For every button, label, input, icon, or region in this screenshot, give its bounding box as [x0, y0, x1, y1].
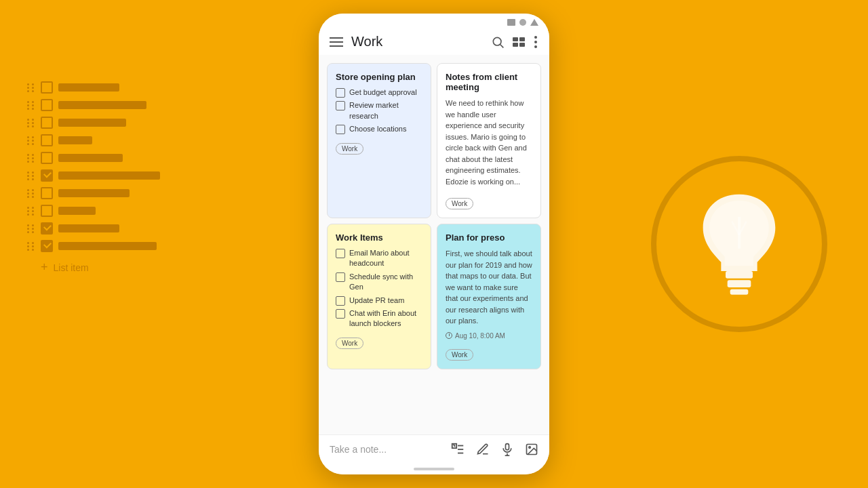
svg-rect-12: [728, 280, 751, 287]
left-decoration-list: + List item: [27, 81, 160, 274]
bottom-icons: [450, 442, 538, 457]
list-bar: [58, 83, 119, 92]
preso-tag[interactable]: Work: [446, 349, 473, 361]
home-bar[interactable]: [414, 468, 454, 470]
drag-handle[interactable]: [27, 224, 35, 233]
svg-rect-6: [506, 444, 509, 450]
list-checkbox[interactable]: [41, 240, 53, 252]
drag-handle[interactable]: [27, 119, 35, 127]
store-cb-text-1: Get budget approval: [349, 87, 417, 98]
add-list-item-row[interactable]: + List item: [27, 260, 160, 274]
bulb-circle: [651, 156, 827, 332]
work-item-2: Schedule sync with Gen: [336, 272, 422, 293]
drag-handle[interactable]: [27, 242, 35, 251]
drag-handle[interactable]: [27, 154, 35, 163]
preso-date: Aug 10, 8:00 AM: [446, 332, 532, 340]
store-plan-card[interactable]: Store opening plan Get budget approval R…: [327, 63, 431, 218]
client-meeting-card[interactable]: Notes from client meeting We need to ret…: [437, 63, 541, 218]
add-list-item-label: List item: [54, 262, 89, 273]
wifi-icon: [530, 19, 538, 26]
store-cb-text-2: Review market research: [349, 100, 422, 121]
list-checkbox[interactable]: [41, 81, 53, 94]
store-item-2: Review market research: [336, 100, 422, 121]
draw-button[interactable]: [476, 443, 490, 456]
work-cb-3[interactable]: [336, 296, 345, 306]
store-cb-text-3: Choose locations: [349, 124, 406, 134]
notes-content: Store opening plan Get budget approval R…: [319, 55, 549, 434]
work-items-tag[interactable]: Work: [336, 338, 363, 349]
list-row: [27, 240, 160, 252]
lightbulb-icon: [692, 190, 787, 298]
drag-handle[interactable]: [27, 83, 35, 92]
store-cb-2[interactable]: [336, 101, 345, 110]
list-row: [27, 99, 160, 111]
list-checkbox[interactable]: [41, 152, 53, 164]
client-meeting-tag[interactable]: Work: [446, 198, 473, 209]
status-bar: [319, 14, 549, 28]
list-bar: [58, 136, 92, 144]
list-bar: [58, 154, 123, 162]
work-cb-1[interactable]: [336, 249, 345, 258]
list-bar: [58, 189, 130, 197]
svg-point-10: [529, 447, 531, 449]
svg-point-0: [493, 37, 501, 45]
work-cb-text-3: Update PR team: [349, 296, 404, 306]
work-cb-4[interactable]: [336, 309, 345, 319]
drag-handle[interactable]: [27, 189, 35, 198]
store-plan-title: Store opening plan: [336, 72, 422, 82]
work-item-4: Chat with Erin about launch blockers: [336, 308, 422, 329]
list-checkbox[interactable]: [41, 222, 53, 235]
store-plan-tag[interactable]: Work: [336, 143, 363, 155]
svg-rect-13: [730, 289, 749, 295]
list-checkbox[interactable]: [41, 134, 53, 146]
work-cb-text-2: Schedule sync with Gen: [349, 272, 422, 293]
client-meeting-body: We need to rethink how we handle user ex…: [446, 98, 532, 187]
list-checkbox[interactable]: [41, 169, 53, 182]
work-item-3: Update PR team: [336, 296, 422, 306]
new-list-button[interactable]: [450, 442, 465, 457]
list-checkbox[interactable]: [41, 117, 53, 129]
list-checkbox[interactable]: [41, 187, 53, 199]
list-bar: [58, 207, 96, 215]
header-title: Work: [351, 34, 382, 49]
work-cb-text-1: Email Mario about headcount: [349, 248, 422, 269]
layout-button[interactable]: [513, 37, 525, 47]
take-note-input[interactable]: Take a note...: [330, 444, 450, 455]
work-cb-2[interactable]: [336, 272, 345, 282]
list-checkbox[interactable]: [41, 205, 53, 217]
svg-rect-11: [726, 271, 753, 279]
list-bar: [58, 171, 160, 180]
battery-icon: [507, 19, 515, 26]
list-row: [27, 222, 160, 235]
preso-title: Plan for preso: [446, 232, 532, 243]
drag-handle[interactable]: [27, 136, 35, 145]
list-bar: [58, 242, 157, 250]
work-items-card[interactable]: Work Items Email Mario about headcount S…: [327, 224, 431, 369]
image-button[interactable]: [525, 443, 538, 456]
clock-icon: [446, 332, 452, 339]
hamburger-menu-button[interactable]: [330, 37, 343, 47]
work-item-1: Email Mario about headcount: [336, 248, 422, 269]
client-meeting-title: Notes from client meeting: [446, 72, 532, 92]
preso-card[interactable]: Plan for preso First, we should talk abo…: [437, 224, 541, 369]
list-checkbox[interactable]: [41, 99, 53, 111]
bottom-bar: Take a note...: [319, 434, 549, 464]
drag-handle[interactable]: [27, 101, 35, 110]
list-row: [27, 169, 160, 182]
store-cb-3[interactable]: [336, 125, 345, 134]
list-bar: [58, 101, 146, 109]
list-row: [27, 152, 160, 164]
preso-date-text: Aug 10, 8:00 AM: [455, 332, 505, 340]
signal-icon: [519, 19, 526, 26]
app-header: Work: [319, 28, 549, 55]
search-button[interactable]: [491, 35, 505, 49]
list-row: [27, 134, 160, 146]
store-cb-1[interactable]: [336, 88, 345, 98]
preso-body: First, we should talk about our plan for…: [446, 248, 532, 327]
list-bar: [58, 119, 126, 127]
more-options-button[interactable]: [533, 35, 538, 49]
drag-handle[interactable]: [27, 171, 35, 180]
voice-button[interactable]: [500, 443, 514, 456]
svg-line-1: [500, 44, 504, 47]
drag-handle[interactable]: [27, 207, 35, 216]
